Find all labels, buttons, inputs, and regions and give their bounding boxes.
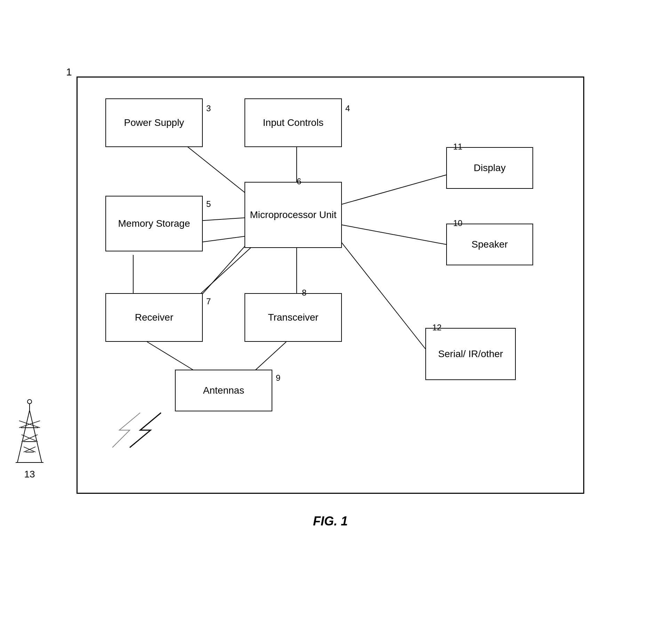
tower-label: 13 (14, 469, 45, 480)
tower-icon: 13 (14, 396, 45, 480)
receiver-block: Receiver (105, 293, 203, 342)
microprocessor-num: 6 (297, 177, 301, 186)
speaker-num: 10 (453, 218, 463, 228)
svg-line-16 (30, 410, 42, 462)
input-controls-num: 4 (345, 104, 350, 113)
svg-line-7 (335, 175, 446, 206)
transceiver-block: Transceiver (244, 293, 342, 342)
serial-block: Serial/ IR/other (425, 328, 516, 380)
wireless-signal-icon (112, 409, 182, 451)
svg-line-15 (17, 410, 30, 462)
transceiver-num: 8 (302, 288, 306, 298)
power-supply-num: 3 (206, 104, 211, 113)
microprocessor-block: Microprocessor Unit (244, 182, 342, 248)
serial-num: 12 (432, 323, 442, 332)
antennas-block: Antennas (175, 370, 272, 411)
speaker-block: Speaker (446, 224, 533, 265)
antennas-num: 9 (276, 373, 280, 383)
memory-storage-num: 5 (206, 199, 211, 209)
figure-label-1: 1 (66, 66, 72, 78)
svg-point-13 (27, 400, 32, 404)
power-supply-block: Power Supply (105, 98, 203, 147)
figure-caption: FIG. 1 (313, 514, 348, 529)
display-num: 11 (453, 142, 463, 152)
diagram-container: 1 2 (56, 56, 605, 542)
receiver-num: 7 (206, 297, 211, 306)
input-controls-block: Input Controls (244, 98, 342, 147)
memory-storage-block: Memory Storage (105, 196, 203, 251)
antenna-tower-svg (14, 396, 45, 466)
outer-border: Power Supply 3 Input Controls 4 Memory S… (77, 77, 584, 494)
display-block: Display (446, 147, 533, 189)
svg-line-10 (335, 234, 425, 349)
svg-line-8 (335, 224, 446, 244)
